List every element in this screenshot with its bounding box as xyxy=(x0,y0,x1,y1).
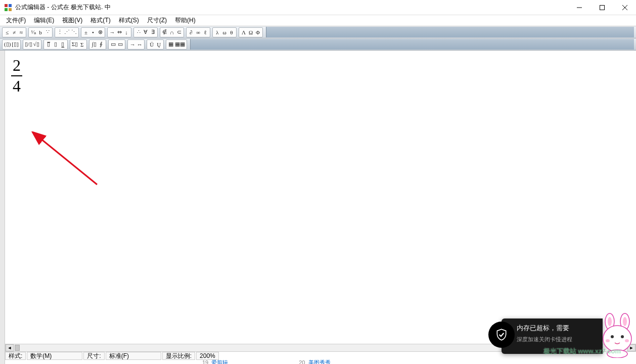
iff-icon[interactable]: ⇔ xyxy=(116,28,123,37)
therefore-icon[interactable]: ∴ xyxy=(135,28,142,37)
template-toolbar: (▯) [▯] ▯/▯ √▯ ▯̅ ▯ ▯̲ Σ▯ Σ ∫▯ ∮ ▭ ▭ → ↔… xyxy=(0,38,636,51)
menu-format[interactable]: 格式(T) xyxy=(86,15,114,26)
menu-file[interactable]: 文件(F) xyxy=(2,15,30,26)
equation-fraction[interactable]: 2 4 xyxy=(11,57,22,95)
ell-icon[interactable]: ℓ xyxy=(202,28,209,37)
otimes-icon[interactable]: ⊗ xyxy=(97,28,104,37)
shield-check-icon xyxy=(488,322,515,348)
group-spacing: ¹⁄ₐ b ∵ xyxy=(28,27,53,37)
Omega-icon[interactable]: Ω xyxy=(247,28,254,37)
svg-rect-3 xyxy=(9,8,12,11)
group-over-under: ▭ ▭ xyxy=(108,39,125,50)
fraction-bar xyxy=(11,75,22,76)
overbrace-icon[interactable]: ▭ xyxy=(110,40,117,49)
frac-small-icon[interactable]: ¹⁄ₐ xyxy=(30,28,37,37)
pm-icon[interactable]: ± xyxy=(82,28,89,37)
editor-canvas[interactable]: 2 4 xyxy=(6,51,636,344)
svg-rect-0 xyxy=(5,4,8,7)
integral-icon[interactable]: ∫▯ xyxy=(90,40,98,49)
notin-icon[interactable]: ∉ xyxy=(161,28,168,37)
group-integral: ∫▯ ∮ xyxy=(89,39,106,50)
menu-view[interactable]: 视图(V) xyxy=(58,15,86,26)
labelarrow2-icon[interactable]: ↔ xyxy=(136,40,143,49)
taskbar-item-1: 19爱剪辑 xyxy=(202,359,228,364)
status-zoom-label: 显示比例: xyxy=(162,352,195,360)
underbar-icon[interactable]: ▯̲ xyxy=(59,40,66,49)
ddots2-icon[interactable]: ⋱ xyxy=(70,28,77,37)
sum-limits-icon[interactable]: Σ▯ xyxy=(71,40,78,49)
leq-icon[interactable]: ≤ xyxy=(4,28,11,37)
fraction-numerator[interactable]: 2 xyxy=(11,57,22,74)
matrix-large-icon[interactable]: ▦▦ xyxy=(174,40,186,49)
svg-point-14 xyxy=(603,326,631,352)
group-greek-upper: Λ Ω Φ xyxy=(239,27,263,37)
oint-icon[interactable]: ∮ xyxy=(98,40,105,49)
Phi-icon[interactable]: Φ xyxy=(254,28,261,37)
lambda-icon[interactable]: λ xyxy=(214,28,221,37)
ddots1-icon[interactable]: ⋰ xyxy=(63,28,70,37)
svg-rect-5 xyxy=(600,5,604,10)
group-misc: ∂ ∞ ℓ xyxy=(186,27,210,37)
bunny-mascot-icon[interactable] xyxy=(600,312,635,358)
because-icon[interactable]: ∵ xyxy=(44,28,51,37)
neq-icon[interactable]: ≠ xyxy=(11,28,18,37)
status-size-value[interactable]: 标准(F) xyxy=(106,352,161,360)
darr-icon[interactable]: ↓ xyxy=(123,28,130,37)
close-button[interactable] xyxy=(613,0,636,15)
partial-icon[interactable]: ∂ xyxy=(188,28,195,37)
svg-point-12 xyxy=(608,317,612,326)
svg-point-13 xyxy=(623,317,627,326)
overbar-icon[interactable]: ▯̅ xyxy=(45,40,52,49)
bullet-icon[interactable]: • xyxy=(89,28,97,37)
vdots-icon[interactable]: ⋮ xyxy=(56,28,63,37)
group-sup-sub: ▯̅ ▯ ▯̲ xyxy=(43,39,68,50)
group-fences: (▯) [▯] xyxy=(2,39,21,50)
taskbar-peek: 19爱剪辑 20美图秀秀 xyxy=(192,359,636,364)
group-matrix: ▦ ▦▦ xyxy=(166,39,187,50)
sqrt-icon[interactable]: √▯ xyxy=(33,40,40,49)
window-controls xyxy=(568,0,636,15)
group-greek-lower: λ ω θ xyxy=(212,27,237,37)
menu-help[interactable]: 帮助(H) xyxy=(171,15,200,26)
u-over-icon[interactable]: Ū xyxy=(148,40,155,49)
u-under-icon[interactable]: Ų xyxy=(155,40,162,49)
maximize-button[interactable] xyxy=(590,0,613,15)
b-icon[interactable]: b xyxy=(37,28,44,37)
menu-edit[interactable]: 编辑(E) xyxy=(30,15,58,26)
omega-icon[interactable]: ω xyxy=(221,28,228,37)
brackets-icon[interactable]: [▯] xyxy=(11,40,19,49)
status-style-label: 样式: xyxy=(5,352,26,360)
svg-rect-2 xyxy=(5,8,8,11)
fraction-denominator[interactable]: 4 xyxy=(11,77,22,95)
Lambda-icon[interactable]: Λ xyxy=(240,28,247,37)
group-fraction-radical: ▯/▯ √▯ xyxy=(23,39,41,50)
cap-icon[interactable]: ∩ xyxy=(168,28,175,37)
fraction-icon[interactable]: ▯/▯ xyxy=(24,40,33,49)
scroll-thumb[interactable] xyxy=(15,345,20,351)
box-icon[interactable]: ▯ xyxy=(52,40,59,49)
memory-notification[interactable]: 内存已超标，需要 深度加速关闭卡慢进程 xyxy=(502,318,603,354)
svg-point-15 xyxy=(611,335,614,338)
menu-size[interactable]: 尺寸(Z) xyxy=(143,15,171,26)
rarr-icon[interactable]: → xyxy=(109,28,116,37)
sum-icon[interactable]: Σ xyxy=(78,40,85,49)
menu-style[interactable]: 样式(S) xyxy=(115,15,143,26)
exists-icon[interactable]: ∃ xyxy=(149,28,156,37)
svg-rect-1 xyxy=(9,4,12,7)
approx-icon[interactable]: ≈ xyxy=(18,28,25,37)
group-labeled-arrows: → ↔ xyxy=(127,39,145,50)
status-style-value[interactable]: 数学(M) xyxy=(27,352,82,360)
theta-icon[interactable]: θ xyxy=(228,28,235,37)
scroll-left-button[interactable]: ◄ xyxy=(6,344,14,351)
subset-icon[interactable]: ⊂ xyxy=(175,28,183,37)
group-set: ∉ ∩ ⊂ xyxy=(160,27,184,37)
minimize-button[interactable] xyxy=(568,0,590,15)
underbrace-icon[interactable]: ▭ xyxy=(117,40,124,49)
labelarrow1-icon[interactable]: → xyxy=(129,40,136,49)
group-operators: ± • ⊗ xyxy=(81,27,105,37)
matrix-small-icon[interactable]: ▦ xyxy=(167,40,174,49)
parens-icon[interactable]: (▯) xyxy=(4,40,11,49)
infty-icon[interactable]: ∞ xyxy=(195,28,202,37)
forall-icon[interactable]: ∀ xyxy=(142,28,149,37)
group-relations: ≤ ≠ ≈ xyxy=(2,27,26,37)
